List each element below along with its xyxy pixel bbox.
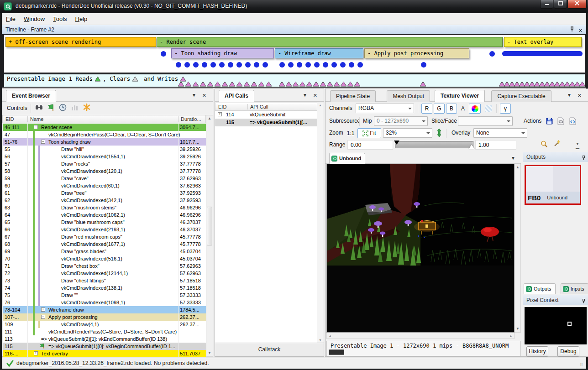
- draw-marker-dot[interactable]: [357, 62, 363, 68]
- draw-marker-dot[interactable]: [314, 62, 320, 68]
- collapse-icon[interactable]: −: [41, 315, 45, 319]
- pin-icon[interactable]: [570, 26, 574, 35]
- event-row[interactable]: 111vkCmdEndRenderPass(C=Store, D=Store, …: [3, 328, 206, 335]
- event-row[interactable]: 113=> vkQueueSubmit(2)[1]: vkEndCommandB…: [3, 335, 206, 343]
- expand-icon[interactable]: +: [41, 307, 45, 312]
- close-icon[interactable]: ✕: [313, 93, 317, 99]
- gamma-toggle[interactable]: γ: [500, 104, 511, 114]
- pin-icon[interactable]: [582, 297, 586, 307]
- checkerboard-background-button[interactable]: [482, 104, 494, 114]
- tab-mesh-output[interactable]: Mesh Output: [387, 90, 430, 102]
- timeline-canvas[interactable]: + Off-screen scene rendering- Render sce…: [4, 34, 585, 73]
- close-button[interactable]: [567, 0, 587, 9]
- custom-options-icon[interactable]: [83, 103, 91, 113]
- chevron-down-icon[interactable]: ▼: [511, 156, 515, 161]
- draw-marker-dot[interactable]: [331, 62, 337, 68]
- event-row[interactable]: 5639.25926vkCmdDrawIndexed(1554,1): [3, 153, 206, 160]
- draw-marker-dot[interactable]: [245, 62, 251, 68]
- menu-tools[interactable]: Tools: [49, 13, 71, 25]
- event-row[interactable]: 5737.77778Draw "rocks": [3, 160, 206, 167]
- save-texture-icon[interactable]: [546, 117, 553, 127]
- event-row[interactable]: 5937.62963Draw "cave": [3, 175, 206, 182]
- draw-marker-dot[interactable]: [288, 62, 294, 68]
- debug-button[interactable]: Debug: [557, 346, 579, 357]
- api-call-row[interactable]: +114vkQueueSubmit: [215, 111, 317, 119]
- texture-display[interactable]: [326, 164, 514, 333]
- mip-select[interactable]: 0 - 1272x690: [374, 116, 428, 126]
- menu-help[interactable]: Help: [71, 13, 92, 25]
- event-row[interactable]: 6845.77778vkCmdDrawIndexed(1677,1): [3, 240, 206, 248]
- draw-marker-dot[interactable]: [340, 62, 346, 68]
- event-row[interactable]: 47vkCmdBeginRenderPass(C=Clear, D=Clear,…: [3, 131, 206, 138]
- event-browser-scrollbar[interactable]: ▲ ▼: [206, 115, 213, 357]
- color-wheel-button[interactable]: [469, 104, 481, 114]
- open-code-icon[interactable]: [569, 117, 576, 127]
- callstack-section[interactable]: Callstack: [215, 343, 324, 356]
- event-row[interactable]: 6745.77778Draw "red mushroom caps": [3, 233, 206, 240]
- bookmark-flag-icon[interactable]: [47, 104, 55, 114]
- draw-marker-dot[interactable]: [305, 62, 311, 68]
- chevron-down-icon[interactable]: ▼: [192, 93, 196, 98]
- tab-event-browser[interactable]: Event Browser: [6, 90, 56, 102]
- chevron-down-icon[interactable]: ▼: [303, 93, 307, 98]
- callstack-label[interactable]: Callstack: [258, 346, 281, 353]
- draw-marker-dot[interactable]: [219, 62, 225, 68]
- close-icon[interactable]: ✕: [578, 93, 582, 99]
- minimize-button[interactable]: [540, 0, 553, 9]
- tab-capture-executable[interactable]: Capture Executable: [491, 90, 551, 102]
- texture-vscrollbar[interactable]: ▲ ▼: [514, 164, 521, 333]
- api-calls-scrollbar[interactable]: ▲ ▼: [317, 103, 324, 343]
- event-row[interactable]: 6446.96296vkCmdDrawIndexed(1062,1): [3, 211, 206, 219]
- zoom-level-select[interactable]: 32%: [383, 128, 432, 138]
- tab-texture-viewer[interactable]: Texture Viewer: [435, 90, 485, 102]
- close-icon[interactable]: ✕: [202, 93, 206, 99]
- col-api-call[interactable]: API Call: [250, 104, 268, 109]
- close-icon[interactable]: ✕: [578, 26, 583, 35]
- draw-marker-dot[interactable]: [210, 62, 216, 68]
- draw-marker-dot[interactable]: [297, 62, 302, 68]
- draw-marker-dot[interactable]: [421, 62, 426, 68]
- event-row[interactable]: 115=> vkQueueSubmit(1)[0]: vkBeginComman…: [3, 343, 206, 350]
- channels-select[interactable]: RGBA: [356, 104, 414, 113]
- channel-red-toggle[interactable]: R: [421, 104, 432, 114]
- draw-marker-dot[interactable]: [193, 62, 199, 68]
- event-row[interactable]: 78-1041784.5...+Wireframe draw: [3, 306, 206, 313]
- channel-green-toggle[interactable]: G: [434, 104, 445, 114]
- range-slider[interactable]: [395, 141, 473, 148]
- event-row[interactable]: 6346.96296Draw "mushroom stems": [3, 204, 206, 211]
- event-row[interactable]: 7045.03704vkCmdDrawIndexed(516,1): [3, 255, 206, 262]
- timeline-bar[interactable]: - Apply post processing: [364, 48, 469, 58]
- draw-marker-dot[interactable]: [184, 62, 190, 68]
- range-max-field[interactable]: 1.00: [475, 140, 516, 150]
- tab-inputs[interactable]: Inputs: [561, 283, 588, 294]
- tab-outputs[interactable]: Outputs: [524, 283, 556, 294]
- zoom-range-icon[interactable]: [540, 140, 548, 150]
- event-row[interactable]: 7657.33333vkCmdDrawIndexed(1098,1): [3, 299, 206, 306]
- channel-alpha-toggle[interactable]: A: [458, 104, 467, 114]
- event-row[interactable]: 116-...511.7037+Text overlay: [3, 350, 206, 357]
- timeline-bar[interactable]: - Text overlay: [504, 37, 582, 47]
- range-options-chevron-icon[interactable]: ▼▬: [576, 142, 579, 150]
- draw-marker-dot[interactable]: [262, 62, 268, 68]
- draw-marker-dot[interactable]: [279, 62, 285, 68]
- tab-pipeline-state[interactable]: Pipeline State: [330, 90, 376, 102]
- event-row[interactable]: 46-1113064.7...−Render scene: [3, 124, 206, 131]
- draw-marker-dot[interactable]: [228, 62, 233, 68]
- menu-file[interactable]: File: [2, 13, 20, 25]
- timeline-bar[interactable]: - Toon shading draw: [171, 48, 274, 58]
- event-row[interactable]: 7257.62963vkCmdDrawIndexed(12144,1): [3, 270, 206, 277]
- timeline-bar[interactable]: - Render scene: [157, 37, 503, 47]
- texture-hscrollbar[interactable]: ◄ ►: [326, 333, 514, 339]
- col-name[interactable]: Name: [30, 116, 43, 122]
- event-row[interactable]: 6546.37037Draw "blue mushroom caps": [3, 219, 206, 226]
- timeline-bar[interactable]: + Off-screen scene rendering: [5, 37, 156, 47]
- event-row[interactable]: 6037.62963vkCmdDrawIndexed(60,1): [3, 182, 206, 189]
- flip-y-icon[interactable]: [436, 128, 442, 139]
- goto-resource-icon[interactable]: [557, 117, 564, 127]
- event-browser-column-header[interactable]: EID Name Duratio...: [2, 115, 206, 123]
- find-event-icon[interactable]: [35, 104, 43, 113]
- event-row[interactable]: 6945.03704Draw "grass blades": [3, 248, 206, 255]
- api-call-row[interactable]: 115=> vkQueueSubmit(1)[...: [215, 119, 317, 126]
- resize-grip[interactable]: ⠿: [580, 363, 583, 367]
- event-row[interactable]: 5837.77778vkCmdDrawIndexed(120,1): [3, 167, 206, 175]
